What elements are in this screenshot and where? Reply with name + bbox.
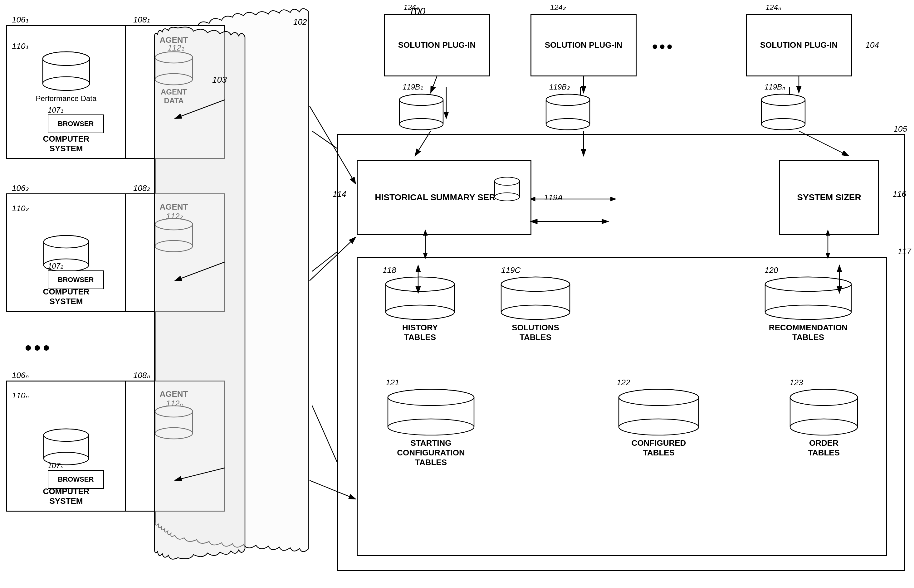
ref-114: 114 [333, 189, 346, 200]
svg-point-66 [386, 305, 455, 320]
svg-point-58 [495, 177, 519, 185]
plugin-dots: ••• [652, 37, 675, 55]
svg-point-115 [546, 94, 590, 105]
tables-outer-box: 117 118 HISTORYTABLES 119C [357, 257, 887, 556]
browser-2-box: BROWSER [48, 270, 104, 289]
ref-106-1: 106₁ [12, 15, 28, 25]
svg-point-85 [388, 389, 474, 405]
performance-data-label: Performance Data [36, 94, 97, 103]
ref-110-2: 110₂ [12, 204, 28, 213]
ref-110-N: 110ₙ [12, 391, 28, 401]
svg-point-84 [388, 419, 474, 435]
diagram: 100 ⎯ 102 106₁ 110₁ Performance [0, 0, 914, 588]
starting-config-tables-label: STARTINGCONFIGURATIONTABLES [376, 438, 485, 467]
configured-tables-container: 122 CONFIGUREDTABLES [607, 389, 710, 458]
svg-point-67 [386, 277, 455, 291]
svg-point-121 [761, 94, 805, 105]
computer-system-N-label: COMPUTERSYSTEM [7, 486, 125, 506]
solution-plugin-N-box: 124ₙ 104 SOLUTION PLUG-IN [746, 14, 852, 76]
ref-117: 117 [898, 247, 911, 257]
svg-point-97 [790, 389, 857, 405]
ref-120: 120 [765, 265, 778, 275]
history-tables-label: HISTORYTABLES [376, 323, 464, 342]
browser-1-box: BROWSER [48, 115, 104, 133]
svg-point-21 [43, 77, 89, 90]
system-sizer-box: 116 SYSTEM SIZER [779, 160, 879, 235]
ref-108-N: 108ₙ [133, 371, 150, 380]
hss-box: 114 HISTORICAL SUMMARY SERVER [357, 160, 531, 235]
ref-124-1: 124₁ [403, 3, 419, 12]
ref-103: 103 [212, 75, 227, 85]
ref-124-2: 124₂ [550, 3, 566, 12]
svg-point-78 [765, 305, 851, 320]
ref-106-N: 106ₙ [12, 371, 28, 380]
db-110-1 [41, 51, 91, 93]
order-tables-container: 123 ORDERTABLES [780, 389, 867, 458]
ref-108-2: 108₂ [133, 183, 150, 193]
svg-point-91 [619, 389, 699, 405]
ref-110-1: 110₁ [12, 42, 28, 51]
svg-point-22 [43, 52, 89, 66]
svg-point-120 [761, 118, 805, 130]
solutions-tables-label: SOLUTIONSTABLES [492, 323, 579, 342]
svg-point-109 [400, 94, 443, 105]
solution-plugin-1-box: 124₁ SOLUTION PLUG-IN [384, 14, 490, 76]
db-119B2-container: 119B₂ [543, 94, 593, 132]
ref-121: 121 [386, 378, 399, 388]
svg-point-108 [400, 118, 443, 130]
svg-point-46 [44, 429, 89, 441]
db-119B1-container: 119B₁ [396, 94, 446, 132]
computer-system-1-label: COMPUTERSYSTEM [7, 134, 125, 153]
order-tables-label: ORDERTABLES [780, 438, 867, 458]
svg-point-57 [495, 193, 519, 201]
svg-point-73 [501, 277, 570, 291]
main-server-box: 105 114 HISTORICAL SUMMARY SERVER 116 [337, 134, 905, 571]
starting-config-tables-container: 121 STARTINGCONFIGURATIONTABLES [376, 389, 485, 467]
svg-point-79 [765, 277, 851, 291]
ref-119B2: 119B₂ [549, 82, 570, 91]
configured-tables-label: CONFIGUREDTABLES [607, 438, 710, 458]
hss-db [493, 176, 521, 204]
db-119BN-container: 119Bₙ [758, 94, 808, 132]
ref-119B1: 119B₁ [403, 82, 423, 91]
ref-105: 105 [894, 124, 907, 134]
solutions-tables-container: 119C SOLUTIONSTABLES [492, 276, 579, 342]
ref-107-2: 107₂ [48, 262, 63, 270]
ref-106-2: 106₂ [12, 183, 28, 193]
svg-point-96 [790, 419, 857, 435]
ref-107-N: 107ₙ [48, 461, 63, 470]
recommendation-tables-label: RECOMMENDATIONTABLES [749, 323, 867, 342]
ref-108-1: 108₁ [133, 15, 150, 25]
ref-104: 104 [865, 40, 879, 50]
svg-point-114 [546, 118, 590, 130]
ref-119C: 119C [501, 265, 521, 275]
network-cloud [153, 25, 309, 562]
svg-point-90 [619, 419, 699, 435]
ref-124-N: 124ₙ [765, 3, 781, 12]
history-tables-container: 118 HISTORYTABLES [376, 276, 464, 342]
computer-system-2-label: COMPUTERSYSTEM [7, 287, 125, 306]
svg-line-124 [430, 76, 437, 93]
ref-123: 123 [789, 378, 803, 388]
ref-107-1: 107₁ [48, 106, 63, 115]
ref-118: 118 [383, 265, 396, 275]
ref-116: 116 [893, 189, 906, 200]
recommendation-tables-container: 120 RECOMMENDATIONTABLES [749, 276, 867, 342]
svg-point-72 [501, 305, 570, 320]
ref-119BN: 119Bₙ [765, 82, 785, 91]
dots-indicator: ••• [25, 337, 52, 359]
browser-N-box: BROWSER [48, 470, 104, 489]
svg-point-34 [44, 236, 89, 248]
solution-plugin-2-box: 124₂ SOLUTION PLUG-IN [531, 14, 637, 76]
ref-122: 122 [616, 378, 630, 388]
